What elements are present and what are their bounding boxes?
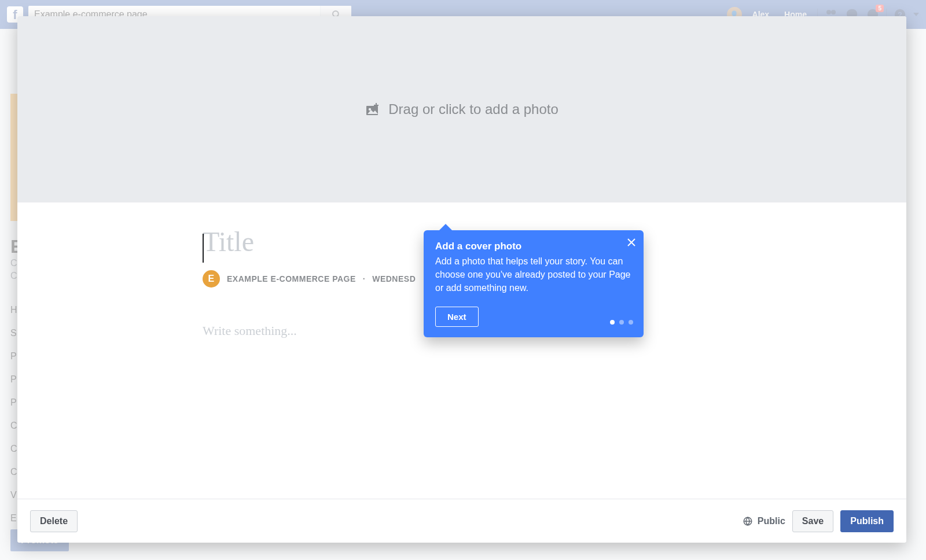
cover-drop-label: Drag or click to add a photo bbox=[388, 101, 558, 117]
add-photo-icon bbox=[365, 103, 380, 116]
note-editor-footer: Delete Public Save Publish bbox=[17, 499, 906, 543]
note-page-name[interactable]: EXAMPLE E-COMMERCE PAGE bbox=[227, 274, 356, 283]
delete-button[interactable]: Delete bbox=[30, 510, 78, 532]
tip-title: Add a cover photo bbox=[435, 241, 632, 252]
svg-rect-10 bbox=[374, 105, 379, 106]
note-date: WEDNESD bbox=[372, 274, 416, 283]
tip-step-dot[interactable] bbox=[610, 320, 615, 325]
tip-step-dot[interactable] bbox=[619, 320, 624, 325]
cover-photo-tip-popover: Add a cover photo Add a photo that helps… bbox=[424, 230, 644, 337]
tip-close-button[interactable] bbox=[627, 237, 635, 249]
popover-arrow bbox=[439, 224, 453, 231]
tip-body: Add a photo that helps tell your story. … bbox=[435, 255, 632, 295]
tip-step-dot[interactable] bbox=[629, 320, 633, 325]
tip-next-button[interactable]: Next bbox=[435, 307, 479, 327]
page-avatar-icon[interactable]: E bbox=[203, 270, 220, 288]
globe-icon bbox=[743, 516, 753, 526]
separator-dot: · bbox=[363, 274, 365, 283]
privacy-selector[interactable]: Public bbox=[743, 516, 785, 526]
note-editor-modal: Drag or click to add a photo E EXAMPLE E… bbox=[17, 16, 906, 543]
privacy-label: Public bbox=[758, 516, 785, 526]
save-button[interactable]: Save bbox=[792, 510, 833, 532]
text-caret bbox=[203, 234, 204, 263]
publish-button[interactable]: Publish bbox=[840, 510, 894, 532]
tip-step-dots bbox=[610, 320, 633, 325]
close-icon bbox=[627, 238, 635, 246]
cover-photo-dropzone[interactable]: Drag or click to add a photo bbox=[17, 16, 906, 202]
